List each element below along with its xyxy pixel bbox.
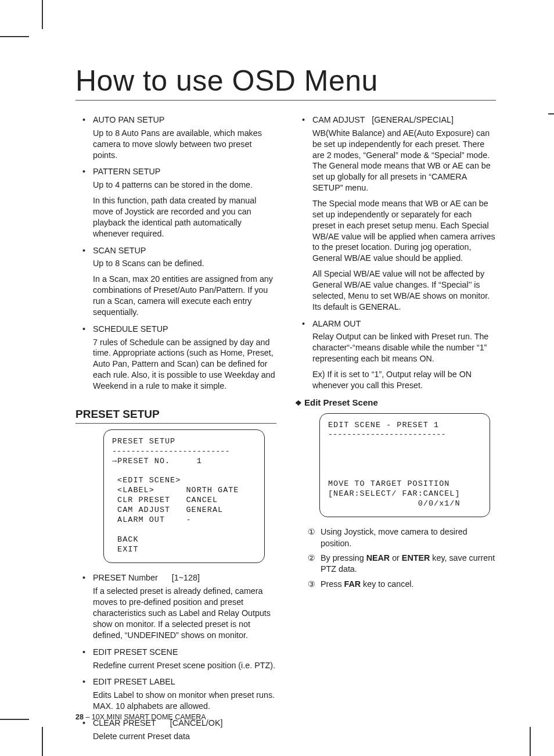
item-auto-pan: AUTO PAN SETUP Up to 8 Auto Pans are ava… <box>75 114 276 160</box>
item-scan: SCAN SETUP Up to 8 Scans can be defined.… <box>75 245 276 318</box>
item-schedule: SCHEDULE SETUP 7 rules of Schedule can b… <box>75 324 276 392</box>
item-edit-label: EDIT PRESET LABEL Edits Label to show on… <box>75 676 276 712</box>
osd-edit-scene: EDIT SCENE - PRESET 1 ------------------… <box>319 413 490 518</box>
circled-2-icon: ② <box>308 553 315 564</box>
edit-preset-scene-heading: ❖Edit Preset Scene <box>295 397 496 409</box>
left-column: AUTO PAN SETUP Up to 8 Auto Pans are ava… <box>75 114 276 748</box>
item-alarm-out: ALARM OUT Relay Output can be linked wit… <box>295 318 496 391</box>
crop-mark <box>530 727 531 756</box>
step-2: ②By pressing NEAR or ENTER key, save cur… <box>308 553 496 575</box>
circled-1-icon: ① <box>308 526 315 538</box>
crop-mark <box>548 113 554 114</box>
crop-mark <box>0 36 29 37</box>
footer: 28 – 10X MINI SMART DOME CAMERA <box>75 713 206 721</box>
preset-setup-heading: PRESET SETUP <box>75 407 276 424</box>
page-title: How to use OSD Menu <box>75 64 496 101</box>
item-cam-adjust: CAM ADJUST [GENERAL/SPECIAL] WB(White Ba… <box>295 114 496 313</box>
crop-mark <box>42 0 43 29</box>
page-number: 28 <box>75 713 84 721</box>
item-pattern: PATTERN SETUP Up to 4 patterns can be st… <box>75 166 276 239</box>
item-edit-scene: EDIT PRESET SCENE Redefine current Prese… <box>75 647 276 671</box>
steps-list: ①Using Joystick, move camera to desired … <box>295 526 496 589</box>
circled-3-icon: ③ <box>308 579 315 590</box>
step-3: ③Press FAR key to cancel. <box>308 579 496 590</box>
right-column: CAM ADJUST [GENERAL/SPECIAL] WB(White Ba… <box>295 114 496 748</box>
osd-preset-setup: PRESET SETUP ------------------------- →… <box>103 429 265 564</box>
footer-title: 10X MINI SMART DOME CAMERA <box>92 713 206 721</box>
item-clear-preset: CLEAR PRESET[CANCEL/OK] Delete current P… <box>75 718 276 742</box>
diamond-icon: ❖ <box>295 399 302 407</box>
item-preset-number: PRESET Number[1~128] If a selected prese… <box>75 572 276 640</box>
step-1: ①Using Joystick, move camera to desired … <box>308 526 496 549</box>
crop-mark <box>42 727 43 756</box>
crop-mark <box>0 719 29 720</box>
